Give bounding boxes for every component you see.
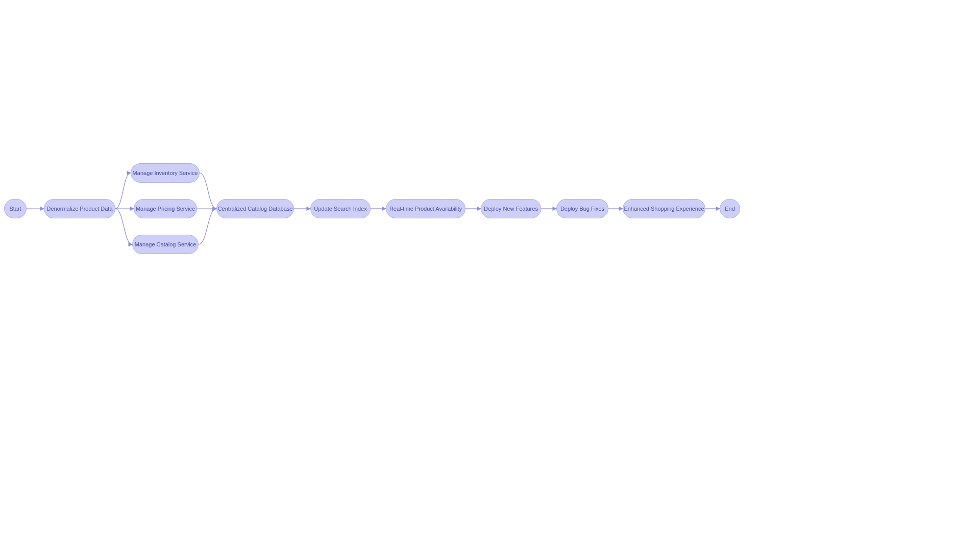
node-manage-pricing-service[interactable]: Manage Pricing Service xyxy=(134,199,197,218)
node-label: Real-time Product Availability xyxy=(389,206,462,212)
edge xyxy=(115,209,132,244)
node-label: Enhanced Shopping Experience xyxy=(624,206,704,212)
edge xyxy=(199,209,216,244)
node-manage-catalog-service[interactable]: Manage Catalog Service xyxy=(132,235,199,254)
edges-layer xyxy=(0,0,980,551)
node-label: Denormalize Product Data xyxy=(47,206,113,212)
node-label: Manage Inventory Service xyxy=(133,170,198,176)
edge xyxy=(200,173,216,209)
node-update-search-index[interactable]: Update Search Index xyxy=(310,199,371,218)
node-end[interactable]: End xyxy=(720,199,740,218)
node-label: Update Search Index xyxy=(314,206,366,212)
node-enhanced-shopping-experience[interactable]: Enhanced Shopping Experience xyxy=(623,199,705,218)
edge xyxy=(115,173,131,209)
node-label: Deploy New Features xyxy=(484,206,538,212)
node-label: Start xyxy=(9,206,21,212)
node-label: End xyxy=(725,206,735,212)
node-start[interactable]: Start xyxy=(4,199,27,218)
node-label: Manage Catalog Service xyxy=(135,241,196,247)
node-centralized-catalog-database[interactable]: Centralized Catalog Database xyxy=(216,199,294,218)
node-real-time-product-availability[interactable]: Real-time Product Availability xyxy=(386,199,465,218)
node-deploy-bug-fixes[interactable]: Deploy Bug Fixes xyxy=(556,199,608,218)
node-denormalize-product-data[interactable]: Denormalize Product Data xyxy=(44,199,115,218)
node-label: Manage Pricing Service xyxy=(136,206,195,212)
node-deploy-new-features[interactable]: Deploy New Features xyxy=(481,199,541,218)
node-label: Centralized Catalog Database xyxy=(218,206,293,212)
flowchart-canvas: Start Denormalize Product Data Manage In… xyxy=(0,0,980,551)
node-manage-inventory-service[interactable]: Manage Inventory Service xyxy=(131,163,200,183)
node-label: Deploy Bug Fixes xyxy=(560,206,604,212)
